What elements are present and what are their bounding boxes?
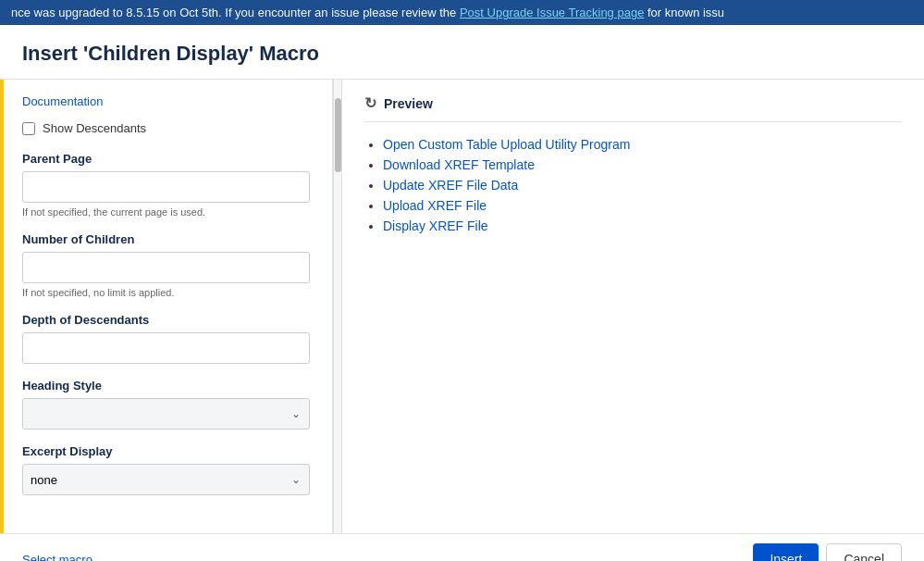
heading-style-select[interactable]: H1 H2 H3 H4 H5 H6 bbox=[22, 398, 310, 430]
left-panel: Documentation Show Descendants Parent Pa… bbox=[0, 80, 333, 533]
refresh-icon[interactable]: ↻ bbox=[364, 94, 376, 112]
excerpt-display-label: Excerpt Display bbox=[22, 444, 310, 458]
heading-style-label: Heading Style bbox=[22, 379, 310, 393]
insert-button[interactable]: Insert bbox=[753, 543, 819, 561]
parent-page-label: Parent Page bbox=[22, 152, 310, 166]
preview-header: ↻ Preview bbox=[364, 94, 902, 122]
preview-list-link[interactable]: Upload XREF File bbox=[383, 198, 487, 213]
list-item: Update XREF File Data bbox=[383, 178, 902, 193]
scroll-thumb[interactable] bbox=[335, 98, 341, 172]
select-macro-link[interactable]: Select macro bbox=[22, 553, 92, 562]
excerpt-display-wrapper: none simple rich ⌄ bbox=[22, 464, 310, 495]
footer-buttons: Insert Cancel bbox=[753, 543, 902, 561]
preview-title: Preview bbox=[384, 96, 433, 111]
depth-descendants-input[interactable] bbox=[22, 332, 310, 364]
top-banner: nce was upgraded to 8.5.15 on Oct 5th. I… bbox=[0, 0, 924, 25]
list-item: Display XREF File bbox=[383, 218, 902, 233]
preview-list-link[interactable]: Download XREF Template bbox=[383, 157, 535, 172]
modal-footer: Select macro Insert Cancel bbox=[0, 533, 924, 561]
banner-suffix: for known issu bbox=[647, 6, 724, 19]
preview-list-link[interactable]: Open Custom Table Upload Utility Program bbox=[383, 137, 630, 152]
preview-list-link[interactable]: Display XREF File bbox=[383, 218, 488, 233]
depth-descendants-label: Depth of Descendants bbox=[22, 313, 310, 327]
preview-list: Open Custom Table Upload Utility Program… bbox=[364, 137, 902, 233]
num-children-label: Number of Children bbox=[22, 232, 310, 246]
parent-page-hint: If not specified, the current page is us… bbox=[22, 206, 310, 218]
cancel-button[interactable]: Cancel bbox=[826, 543, 902, 561]
excerpt-display-group: Excerpt Display none simple rich ⌄ bbox=[22, 444, 310, 495]
list-item: Open Custom Table Upload Utility Program bbox=[383, 137, 902, 152]
preview-list-link[interactable]: Update XREF File Data bbox=[383, 178, 518, 193]
parent-page-input[interactable] bbox=[22, 171, 310, 203]
right-panel: ↻ Preview Open Custom Table Upload Utili… bbox=[342, 80, 924, 533]
documentation-link[interactable]: Documentation bbox=[22, 94, 310, 108]
list-item: Upload XREF File bbox=[383, 198, 902, 213]
show-descendants-checkbox[interactable] bbox=[22, 122, 35, 135]
parent-page-group: Parent Page If not specified, the curren… bbox=[22, 152, 310, 218]
show-descendants-label: Show Descendants bbox=[43, 121, 146, 135]
banner-link[interactable]: Post Upgrade Issue Tracking page bbox=[460, 6, 644, 19]
modal-container: Insert 'Children Display' Macro Document… bbox=[0, 25, 924, 561]
heading-style-wrapper: H1 H2 H3 H4 H5 H6 ⌄ bbox=[22, 398, 310, 430]
scroll-divider bbox=[333, 80, 342, 533]
banner-text: nce was upgraded to 8.5.15 on Oct 5th. I… bbox=[11, 6, 460, 19]
heading-style-group: Heading Style H1 H2 H3 H4 H5 H6 ⌄ bbox=[22, 379, 310, 430]
show-descendants-row: Show Descendants bbox=[22, 121, 310, 135]
depth-descendants-group: Depth of Descendants bbox=[22, 313, 310, 364]
modal-body: Documentation Show Descendants Parent Pa… bbox=[0, 80, 924, 533]
list-item: Download XREF Template bbox=[383, 157, 902, 172]
num-children-input[interactable] bbox=[22, 252, 310, 283]
modal-title: Insert 'Children Display' Macro bbox=[0, 25, 924, 80]
excerpt-display-select[interactable]: none simple rich bbox=[22, 464, 310, 495]
num-children-group: Number of Children If not specified, no … bbox=[22, 232, 310, 298]
num-children-hint: If not specified, no limit is applied. bbox=[22, 287, 310, 298]
